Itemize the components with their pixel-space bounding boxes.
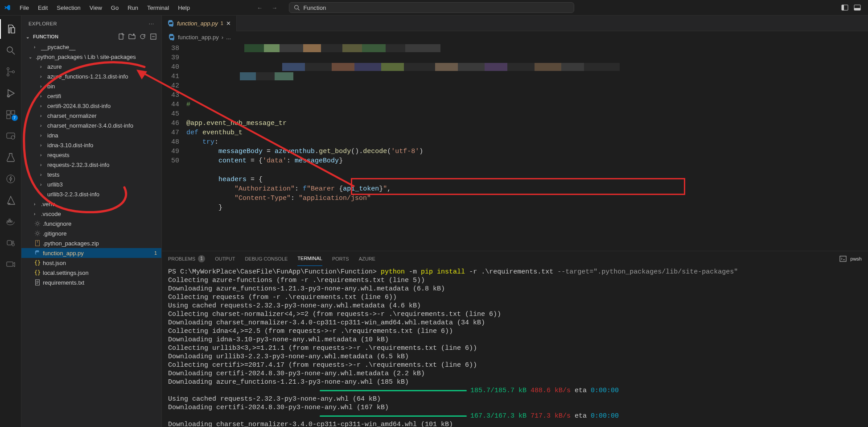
new-file-icon[interactable]	[118, 33, 125, 40]
shell-name[interactable]: pwsh	[850, 256, 862, 261]
panel-tab-terminal[interactable]: TERMINAL	[297, 251, 322, 266]
nav-back-icon[interactable]: ←	[256, 4, 263, 12]
panel-tab-problems[interactable]: PROBLEMS1	[168, 251, 205, 266]
activity-live-share[interactable]	[0, 255, 21, 274]
tree-item[interactable]: ⌄.python_packages \ Lib \ site-packages	[21, 52, 161, 62]
tree-item[interactable]: function_app.py1	[21, 248, 161, 258]
svg-rect-28	[36, 240, 40, 246]
tree-item[interactable]: ›certifi-2024.8.30.dist-info	[21, 101, 161, 111]
command-center[interactable]	[289, 2, 574, 13]
tree-item-label: charset_normalizer	[47, 112, 97, 119]
svg-point-27	[36, 232, 38, 234]
svg-point-16	[11, 136, 15, 139]
python-icon	[167, 20, 174, 27]
layout-panel-bottom-icon[interactable]	[854, 4, 861, 11]
explorer-section-header[interactable]: ⌄ FUNCTION	[21, 31, 161, 42]
activity-testing[interactable]	[0, 148, 21, 167]
sidebar: EXPLORER ··· ⌄ FUNCTION ›__pycach	[21, 16, 162, 427]
chevron-icon: ›	[40, 143, 45, 148]
collapse-icon[interactable]	[150, 33, 157, 40]
terminal-launch-icon[interactable]	[839, 255, 847, 262]
tree-item[interactable]: {}local.settings.json	[21, 268, 161, 278]
menu-file[interactable]: File	[16, 3, 33, 13]
file-tree[interactable]: ›__pycache__⌄.python_packages \ Lib \ si…	[21, 42, 161, 427]
tree-item[interactable]: requirements.txt	[21, 278, 161, 287]
svg-rect-24	[7, 262, 13, 266]
breadcrumb-file: function_app.py	[178, 34, 219, 41]
chevron-icon: ⌄	[29, 54, 34, 59]
activity-docker[interactable]	[0, 212, 21, 232]
tree-item-label: urllib3	[47, 181, 63, 188]
panel-tab-ports[interactable]: PORTS	[332, 251, 349, 266]
activity-thunder[interactable]	[0, 169, 21, 189]
panel-tab-output[interactable]: OUTPUT	[215, 251, 235, 266]
breadcrumbs[interactable]: function_app.py › ...	[162, 31, 868, 43]
menu-bar: FileEditSelectionViewGoRunTerminalHelp	[16, 3, 193, 13]
tree-item[interactable]: {}host.json	[21, 258, 161, 268]
tree-item[interactable]: .gitignore	[21, 228, 161, 238]
search-input[interactable]	[303, 4, 569, 11]
menu-go[interactable]: Go	[107, 3, 122, 13]
menu-help[interactable]: Help	[174, 3, 193, 13]
tree-item-label: charset_normalizer-3.4.0.dist-info	[47, 122, 133, 129]
tree-item[interactable]: ›idna-3.10.dist-info	[21, 140, 161, 150]
layout-panel-left-icon[interactable]	[841, 4, 848, 11]
panel-tab-debug-console[interactable]: DEBUG CONSOLE	[245, 251, 288, 266]
refresh-icon[interactable]	[139, 33, 146, 40]
tree-item[interactable]: ›certifi	[21, 91, 161, 101]
menu-edit[interactable]: Edit	[34, 3, 51, 13]
tree-item[interactable]: ›azure	[21, 62, 161, 71]
svg-point-23	[12, 241, 14, 243]
panel-tab-azure[interactable]: AZURE	[359, 251, 375, 266]
activity-remote[interactable]	[0, 126, 21, 146]
tree-item[interactable]: ›urllib3-2.2.3.dist-info	[21, 189, 161, 199]
tree-item-label: urllib3-2.2.3.dist-info	[47, 191, 99, 198]
tree-item-label: azure_functions-1.21.3.dist-info	[47, 73, 128, 80]
activity-source-control[interactable]	[0, 62, 21, 82]
tab-label: function_app.py	[177, 20, 218, 27]
tree-item[interactable]: ›tests	[21, 170, 161, 179]
nav-forward-icon[interactable]: →	[271, 4, 278, 12]
tree-item[interactable]: ›idna	[21, 130, 161, 140]
breadcrumb-sep: ›	[222, 34, 223, 41]
tree-item[interactable]: ›__pycache__	[21, 42, 161, 52]
tab-modified-badge: 1	[221, 21, 223, 26]
chevron-icon: ›	[34, 45, 39, 50]
tree-item[interactable]: ›charset_normalizer-3.4.0.dist-info	[21, 120, 161, 130]
tree-item[interactable]: ›azure_functions-1.21.3.dist-info	[21, 71, 161, 81]
close-icon[interactable]: ✕	[226, 20, 231, 27]
file-icon	[34, 250, 41, 256]
tree-item-label: azure	[47, 63, 62, 70]
sidebar-more-icon[interactable]: ···	[149, 21, 154, 26]
activity-search[interactable]	[0, 41, 21, 60]
tab-function-app[interactable]: function_app.py 1 ✕	[162, 16, 237, 31]
terminal-output[interactable]: PS C:\MyWorkPlace\CaseFile\FunApp\Functi…	[162, 266, 868, 427]
activity-extensions[interactable]: 7	[0, 105, 21, 124]
tree-item[interactable]: ›urllib3	[21, 179, 161, 189]
menu-selection[interactable]: Selection	[53, 3, 84, 13]
new-folder-icon[interactable]	[128, 33, 136, 40]
tree-item[interactable]: ›charset_normalizer	[21, 111, 161, 120]
menu-terminal[interactable]: Terminal	[144, 3, 173, 13]
tree-item[interactable]: ›.venv	[21, 199, 161, 209]
nav-arrows: ← →	[256, 4, 278, 12]
svg-rect-3	[842, 5, 844, 10]
menu-run[interactable]: Run	[124, 3, 142, 13]
tree-item-label: function_app.py	[43, 250, 84, 257]
activity-teams[interactable]	[0, 233, 21, 253]
tree-item[interactable]: .funcignore	[21, 219, 161, 228]
tree-item[interactable]: ›.vscode	[21, 209, 161, 219]
activity-azure[interactable]	[0, 191, 21, 210]
code-editor[interactable]: 38394041424344454647484950 # @app.event_…	[162, 43, 868, 251]
activity-explorer[interactable]	[0, 19, 21, 39]
chevron-icon: ›	[40, 133, 45, 138]
code-content[interactable]: # @app.event_hub_message_trdef eventhub_…	[186, 43, 868, 251]
tree-item[interactable]: .python_packages.zip	[21, 238, 161, 248]
chevron-icon: ›	[40, 162, 45, 167]
menu-view[interactable]: View	[86, 3, 106, 13]
activity-run-debug[interactable]	[0, 83, 21, 103]
tree-item[interactable]: ›requests	[21, 150, 161, 160]
tree-item[interactable]: ›bin	[21, 81, 161, 91]
tree-item[interactable]: ›requests-2.32.3.dist-info	[21, 160, 161, 170]
svg-rect-13	[11, 111, 15, 114]
